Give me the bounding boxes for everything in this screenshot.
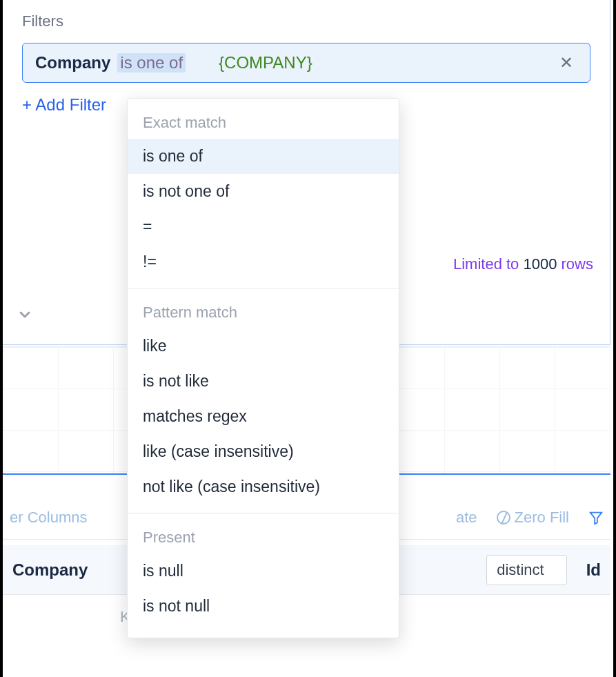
- dropdown-item[interactable]: like: [128, 328, 399, 364]
- dropdown-item[interactable]: is not one of: [128, 174, 399, 209]
- columns-button[interactable]: er Columns: [10, 509, 87, 527]
- dropdown-item[interactable]: matches regex: [128, 399, 399, 434]
- limit-suffix: rows: [562, 255, 593, 273]
- limit-prefix: Limited to: [453, 255, 519, 273]
- filter-icon: [588, 510, 604, 525]
- filter-operator[interactable]: is one of: [117, 53, 186, 72]
- aggregation-select[interactable]: distinct: [486, 555, 566, 585]
- dropdown-section-header: Pattern match: [128, 294, 399, 328]
- filter-pill[interactable]: Company is one of {COMPANY} ✕: [22, 43, 590, 83]
- zero-fill-icon: [497, 511, 510, 524]
- dropdown-item[interactable]: like (case insensitive): [128, 434, 399, 469]
- close-icon[interactable]: ✕: [555, 53, 577, 72]
- dropdown-section: Pattern matchlikeis not likematches rege…: [128, 288, 399, 513]
- dropdown-item[interactable]: not like (case insensitive): [128, 469, 399, 504]
- dropdown-section-header: Exact match: [128, 104, 399, 139]
- dropdown-section: Presentis nullis not null: [128, 513, 399, 632]
- zero-fill-label: Zero Fill: [515, 509, 569, 527]
- dropdown-item[interactable]: !=: [128, 244, 399, 279]
- limit-value: 1000: [523, 255, 557, 273]
- row-limit-label: Limited to 1000 rows: [453, 255, 593, 273]
- dropdown-item[interactable]: is not like: [128, 364, 399, 399]
- dropdown-item[interactable]: is null: [128, 553, 399, 589]
- column-id[interactable]: Id: [586, 560, 601, 580]
- dropdown-item[interactable]: =: [128, 209, 399, 244]
- operator-dropdown[interactable]: Exact matchis one ofis not one of=!=Patt…: [127, 98, 399, 638]
- column-company[interactable]: Company: [12, 560, 88, 580]
- chevron-down-icon[interactable]: [17, 306, 33, 327]
- filter-value[interactable]: {COMPANY}: [219, 53, 312, 72]
- add-filter-button[interactable]: + Add Filter: [22, 95, 106, 115]
- svg-marker-0: [590, 512, 602, 524]
- filter-field-name[interactable]: Company: [35, 53, 110, 72]
- zero-fill-button[interactable]: Zero Fill: [497, 509, 569, 527]
- filters-heading: Filters: [22, 12, 590, 30]
- dropdown-item[interactable]: is not null: [128, 589, 399, 624]
- filter-toolbar-button[interactable]: [588, 510, 604, 525]
- dropdown-item[interactable]: is one of: [128, 139, 399, 174]
- dropdown-section-header: Present: [128, 519, 399, 553]
- dropdown-section: Exact matchis one ofis not one of=!=: [128, 99, 399, 288]
- ate-button[interactable]: ate: [456, 509, 477, 527]
